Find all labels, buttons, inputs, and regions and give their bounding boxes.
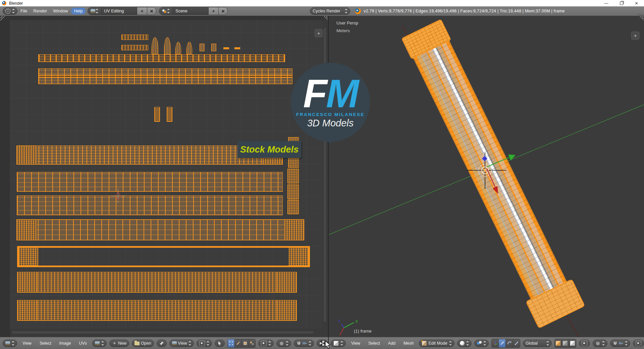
face-select-button[interactable] bbox=[569, 339, 576, 347]
scene-add-button[interactable]: ＋ bbox=[209, 7, 219, 15]
sticky-selection-dropdown[interactable] bbox=[258, 340, 274, 347]
v3d-menu-mesh[interactable]: Mesh bbox=[401, 341, 417, 346]
select-mode-island-button[interactable] bbox=[249, 339, 255, 347]
uv-island[interactable] bbox=[154, 107, 160, 122]
dropdown-arrows-icon bbox=[449, 341, 452, 346]
interaction-mode-dropdown[interactable]: Edit Mode bbox=[419, 340, 454, 347]
uv-island[interactable] bbox=[38, 54, 285, 62]
menu-render[interactable]: Render bbox=[30, 9, 50, 13]
uv-island[interactable] bbox=[121, 35, 148, 40]
snap-dropdown[interactable]: H+ bbox=[610, 340, 630, 347]
v3d-menu-select[interactable]: Select bbox=[366, 341, 383, 346]
uv-island[interactable] bbox=[17, 246, 310, 267]
uv-island[interactable] bbox=[121, 45, 148, 50]
editor-type-selector-uv[interactable] bbox=[3, 340, 17, 347]
uv-menu-view[interactable]: View bbox=[20, 341, 34, 346]
viewport-3d[interactable]: User Persp Meters y x z (1) frame ＋ bbox=[329, 16, 644, 337]
manipulator-toggle-button[interactable] bbox=[492, 339, 499, 347]
editor-type-info-button[interactable]: i bbox=[3, 7, 17, 15]
layout-icon bbox=[91, 9, 95, 13]
uv-island[interactable] bbox=[152, 37, 158, 54]
uv-island[interactable] bbox=[17, 300, 297, 321]
uv-island-dense-end bbox=[289, 248, 308, 266]
uv-island[interactable] bbox=[287, 169, 299, 183]
uv-island[interactable] bbox=[17, 272, 297, 293]
snap-target-button[interactable] bbox=[633, 340, 644, 347]
uv-islands-layer bbox=[0, 16, 328, 337]
uv-snap-dropdown[interactable]: H+ bbox=[294, 340, 314, 347]
editor-type-selector-3d[interactable] bbox=[331, 340, 346, 347]
display-channels-dropdown[interactable] bbox=[197, 340, 212, 347]
edge-select-button[interactable] bbox=[562, 339, 569, 347]
scene-delete-button[interactable]: ✕ bbox=[219, 7, 227, 15]
dropdown-arrows-icon bbox=[206, 341, 209, 346]
uv-image-editor[interactable]: ＋ bbox=[0, 16, 328, 337]
uv-island[interactable] bbox=[200, 44, 205, 51]
menu-file[interactable]: File bbox=[17, 9, 30, 13]
dropdown-arrows-icon bbox=[340, 341, 343, 346]
uv-menu-select[interactable]: Select bbox=[37, 341, 54, 346]
uv-view-dropdown[interactable]: View bbox=[169, 340, 194, 347]
minimize-button[interactable]: — bbox=[599, 0, 614, 6]
edit-mode-icon bbox=[422, 341, 427, 346]
v3d-menu-add[interactable]: Add bbox=[385, 341, 398, 346]
watermark-banner: Stock Models bbox=[237, 141, 301, 158]
scene-browse-button[interactable] bbox=[159, 7, 173, 15]
uv-sync-selection-toggle[interactable] bbox=[215, 340, 225, 347]
layout-add-button[interactable]: ＋ bbox=[137, 7, 147, 15]
uv-island[interactable] bbox=[211, 44, 216, 51]
uv-island[interactable] bbox=[17, 172, 283, 192]
uv-menu-uvs[interactable]: UVs bbox=[76, 341, 90, 346]
manipulator-translate-button[interactable] bbox=[499, 339, 506, 347]
uv-island[interactable] bbox=[167, 107, 172, 122]
uv-island[interactable] bbox=[16, 219, 304, 240]
proportional-edit-dropdown[interactable] bbox=[593, 340, 607, 347]
uv-properties-panel-toggle[interactable]: ＋ bbox=[315, 29, 323, 37]
scene-name-field[interactable]: Scene bbox=[173, 7, 209, 15]
image-open-button[interactable]: Open bbox=[132, 340, 154, 347]
uv-proportional-edit-dropdown[interactable] bbox=[276, 340, 291, 347]
image-new-button[interactable]: ＋ New bbox=[109, 340, 129, 347]
cube-vertex-icon bbox=[555, 341, 561, 346]
viewport-shading-dropdown[interactable] bbox=[457, 340, 472, 347]
layout-name-field[interactable]: UV Editing bbox=[101, 7, 137, 15]
pin-icon bbox=[159, 341, 164, 346]
image-browse-dropdown[interactable] bbox=[92, 340, 107, 347]
select-mode-edge-button[interactable] bbox=[235, 339, 242, 347]
uv-editor-header: View Select Image UVs ＋ New Open View bbox=[0, 337, 328, 349]
restore-button[interactable] bbox=[614, 0, 629, 6]
uv-menu-image[interactable]: Image bbox=[57, 341, 74, 346]
uv-island-dense-end bbox=[277, 272, 297, 292]
transform-orientation-dropdown[interactable]: Global bbox=[523, 340, 552, 347]
uv-island[interactable] bbox=[164, 37, 171, 54]
uv-island[interactable] bbox=[223, 47, 229, 49]
channels-icon bbox=[199, 341, 205, 346]
layout-browse-button[interactable] bbox=[88, 7, 101, 15]
uv-island[interactable] bbox=[287, 184, 299, 199]
close-button[interactable]: ✕ bbox=[629, 0, 644, 6]
select-mode-face-button[interactable] bbox=[242, 339, 249, 347]
pivot-point-dropdown[interactable] bbox=[474, 340, 489, 347]
render-engine-selector[interactable]: Cycles Render bbox=[310, 7, 350, 15]
manipulator-scale-button[interactable] bbox=[513, 339, 520, 347]
manipulator-group bbox=[491, 339, 520, 348]
v3d-menu-view[interactable]: View bbox=[348, 341, 363, 346]
uv-island[interactable] bbox=[186, 42, 192, 54]
manipulator-rotate-button[interactable] bbox=[506, 339, 513, 347]
select-mode-vertex-button[interactable] bbox=[228, 339, 235, 347]
vertex-select-button[interactable] bbox=[555, 339, 562, 347]
limit-selection-visible-button[interactable] bbox=[579, 340, 590, 347]
watermark-badge: FM FRANCESCO MILANESE 3D Models bbox=[291, 63, 370, 142]
uv-island[interactable] bbox=[234, 47, 240, 49]
dropdown-arrows-icon bbox=[11, 341, 14, 346]
layout-delete-button[interactable]: ✕ bbox=[147, 7, 156, 15]
pin-toggle-button[interactable] bbox=[157, 340, 167, 347]
horizontal-scrollbar[interactable] bbox=[11, 331, 314, 334]
menu-help[interactable]: Help bbox=[71, 8, 86, 14]
uv-island[interactable] bbox=[175, 42, 181, 54]
menu-window[interactable]: Window bbox=[50, 9, 71, 13]
uv-island[interactable] bbox=[38, 68, 292, 84]
uv-island[interactable] bbox=[17, 195, 283, 215]
mode-label: Edit Mode bbox=[428, 341, 447, 346]
uv-island[interactable] bbox=[287, 200, 299, 214]
